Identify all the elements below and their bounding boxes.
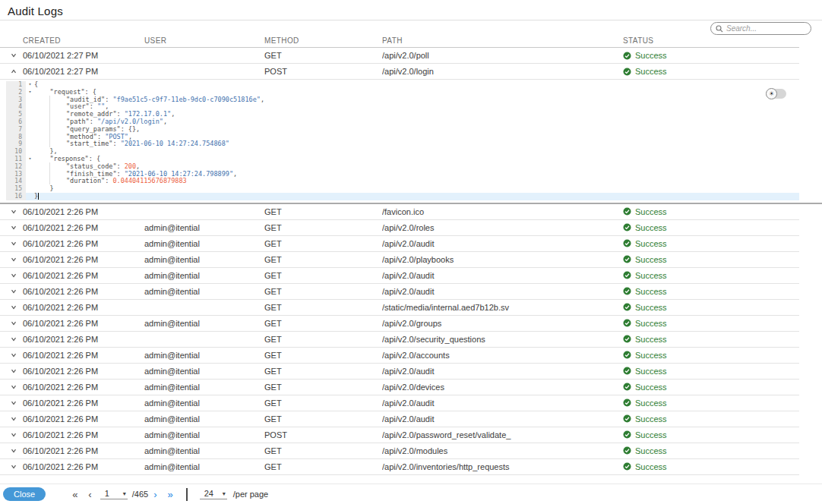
pagination: « ‹ 1 ▾ /465 › » 24 ▾ /per page (67, 488, 268, 501)
fold-gutter (26, 193, 34, 200)
table-row[interactable]: 06/10/2021 2:26 PMadmin@itentialPOST/api… (0, 427, 799, 443)
first-page-button[interactable]: « (67, 490, 83, 499)
chevron-down-icon[interactable] (9, 207, 18, 216)
table-row[interactable]: 06/10/2021 2:26 PMadmin@itentialGET/api/… (0, 220, 799, 236)
chevron-down-icon[interactable] (9, 383, 18, 392)
table-row[interactable]: 06/10/2021 2:26 PMGET/favicon.icoSuccess (0, 204, 799, 220)
table-row[interactable]: 06/10/2021 2:26 PMadmin@itentialGET/api/… (0, 364, 799, 380)
method-value: GET (264, 383, 382, 392)
column-header-created: CREATED (0, 36, 144, 45)
created-value: 06/10/2021 2:26 PM (23, 255, 98, 264)
fold-gutter (26, 185, 34, 193)
table-row[interactable]: 06/10/2021 2:26 PMGET/api/v2.0/security_… (0, 332, 799, 348)
column-header-method: METHOD (264, 36, 382, 45)
chevron-down-icon[interactable] (9, 223, 18, 232)
chevron-down-icon[interactable] (9, 319, 18, 328)
chevron-down-icon[interactable] (9, 303, 18, 312)
created-value: 06/10/2021 2:26 PM (23, 287, 98, 296)
last-page-button[interactable]: » (162, 490, 178, 499)
line-number: 7 (6, 126, 26, 134)
user-value: admin@itential (144, 398, 264, 408)
chevron-down-icon[interactable] (9, 351, 18, 360)
success-check-icon (623, 414, 631, 423)
status-label: Success (635, 51, 667, 60)
path-value: /api/v2.0/audit (382, 271, 623, 280)
code-text: "start_time": "2021-06-10 14:27:24.75486… (34, 140, 229, 148)
table-row[interactable]: 06/10/2021 2:26 PMadmin@itentialGET/api/… (0, 395, 799, 411)
status-cell: Success (623, 319, 799, 328)
table-row[interactable]: 06/10/2021 2:26 PMadmin@itentialGET/api/… (0, 316, 799, 332)
chevron-down-icon[interactable] (9, 430, 18, 439)
created-cell: 06/10/2021 2:26 PM (0, 351, 144, 360)
chevron-down-icon[interactable] (9, 414, 18, 424)
table-row[interactable]: 06/10/2021 2:27 PMPOST/api/v2.0/loginSuc… (0, 64, 799, 80)
user-value: admin@itential (144, 223, 264, 232)
close-button[interactable]: Close (3, 487, 46, 501)
status-label: Success (635, 414, 667, 424)
created-value: 06/10/2021 2:26 PM (23, 271, 98, 280)
table-row[interactable]: 06/10/2021 2:26 PMadmin@itentialGET/api/… (0, 443, 799, 459)
next-page-button[interactable]: › (148, 490, 162, 499)
method-value: GET (264, 446, 382, 455)
chevron-down-icon[interactable] (9, 239, 18, 248)
table-row[interactable]: 06/10/2021 2:26 PMadmin@itentialGET/api/… (0, 268, 799, 284)
created-value: 06/10/2021 2:26 PM (23, 223, 98, 232)
success-check-icon (623, 255, 631, 263)
chevron-down-icon[interactable] (9, 367, 18, 376)
fold-gutter (26, 103, 34, 111)
table-row[interactable]: 06/10/2021 2:26 PMadmin@itentialGET/api/… (0, 380, 799, 395)
line-number: 8 (6, 134, 26, 141)
table-row[interactable]: 06/10/2021 2:26 PMGET/static/media/inter… (0, 300, 799, 316)
chevron-down-icon[interactable] (9, 398, 18, 408)
per-page-select[interactable]: 24 ▾ (200, 489, 227, 499)
line-number: 6 (6, 118, 26, 126)
table-row[interactable]: 06/10/2021 2:27 PMGET/api/v2.0/pollSucce… (0, 48, 799, 64)
footer-bar: Close « ‹ 1 ▾ /465 › » 24 ▾ /per page (0, 484, 822, 504)
created-value: 06/10/2021 2:26 PM (23, 303, 98, 312)
chevron-up-icon[interactable] (9, 67, 18, 76)
page-number-select[interactable]: 1 ▾ (100, 489, 128, 499)
theme-toggle[interactable]: ☀ (766, 89, 786, 99)
created-value: 06/10/2021 2:26 PM (23, 383, 98, 392)
expanded-log-detail: ☀1▾{2▾ "request": {3 "audit_id": "f9ae51… (0, 80, 822, 204)
success-check-icon (623, 52, 631, 60)
path-value: /api/v2.0/poll (382, 51, 623, 60)
fold-gutter (26, 96, 34, 104)
json-code-editor[interactable]: 1▾{2▾ "request": {3 "audit_id": "f9ae51c… (6, 81, 799, 200)
path-value: /api/v2.0/devices (382, 383, 623, 392)
per-page-value: 24 (204, 489, 213, 498)
method-value: GET (264, 287, 382, 296)
table-row[interactable]: 06/10/2021 2:26 PMadmin@itentialGET/api/… (0, 252, 799, 268)
chevron-down-icon[interactable] (9, 287, 18, 296)
table-row[interactable]: 06/10/2021 2:26 PMadmin@itentialGET/api/… (0, 236, 799, 252)
table-row[interactable]: 06/10/2021 2:26 PMadmin@itentialGET/api/… (0, 411, 799, 427)
method-value: GET (264, 398, 382, 408)
created-cell: 06/10/2021 2:26 PM (0, 287, 144, 296)
code-text: } (34, 193, 39, 200)
status-label: Success (635, 223, 667, 232)
table-row[interactable]: 06/10/2021 2:26 PMadmin@itentialGET/api/… (0, 284, 799, 300)
chevron-down-icon[interactable] (9, 335, 18, 344)
code-text: "duration": 0.04404115676879883 (34, 178, 187, 185)
chevron-down-icon[interactable] (9, 51, 18, 60)
search-input[interactable] (726, 24, 806, 33)
line-number: 11 (6, 156, 26, 163)
previous-page-button[interactable]: ‹ (83, 490, 96, 499)
chevron-down-icon[interactable] (9, 255, 18, 264)
chevron-down-icon[interactable] (9, 462, 18, 471)
search-box[interactable] (710, 22, 811, 35)
user-value: admin@itential (144, 255, 264, 264)
fold-gutter (26, 178, 34, 185)
table-row[interactable]: 06/10/2021 2:26 PMadmin@itentialGET/api/… (0, 459, 799, 475)
table-row[interactable]: 06/10/2021 2:26 PMadmin@itentialGET/api/… (0, 348, 799, 364)
code-line: 9 "start_time": "2021-06-10 14:27:24.754… (6, 140, 799, 148)
created-cell: 06/10/2021 2:26 PM (0, 430, 144, 439)
created-value: 06/10/2021 2:26 PM (23, 351, 98, 360)
fold-gutter (26, 163, 34, 171)
code-line: 10 }, (6, 148, 799, 156)
chevron-down-icon[interactable] (9, 271, 18, 280)
created-cell: 06/10/2021 2:26 PM (0, 446, 144, 455)
created-value: 06/10/2021 2:26 PM (23, 430, 98, 439)
chevron-down-icon[interactable] (9, 446, 18, 455)
success-check-icon (623, 383, 631, 391)
